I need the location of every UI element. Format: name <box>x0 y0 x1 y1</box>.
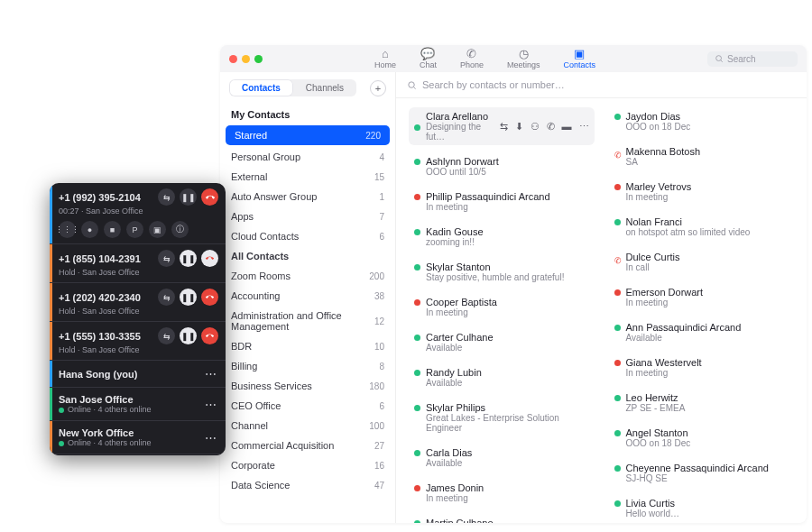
close-dot[interactable] <box>229 55 237 63</box>
zoom-dot[interactable] <box>254 55 263 63</box>
sidebar-item-label: Auto Answer Group <box>231 191 317 202</box>
transfer-button[interactable]: ⇆ <box>158 327 175 344</box>
contact-card[interactable]: Giana WesterveltIn meeting <box>609 353 795 381</box>
sidebar-item[interactable]: Personal Group4 <box>220 147 395 167</box>
line-row[interactable]: San Jose OfficeOnline · 4 others online … <box>50 388 226 421</box>
contact-card[interactable]: Ashlynn DorwartOOO until 10/5 <box>409 152 595 180</box>
sidebar-item[interactable]: Zoom Rooms200 <box>220 266 395 286</box>
held-call[interactable]: +1 (202) 420-2340 ⇆ ❚❚ Hold · San Jose O… <box>50 283 226 322</box>
sidebar-item[interactable]: Data Science47 <box>220 475 395 495</box>
contact-card[interactable]: Cooper BaptistaIn meeting <box>409 293 595 321</box>
more-icon[interactable]: ⋯ <box>205 431 217 445</box>
more-icon[interactable]: ⋯ <box>205 398 217 411</box>
sidebar-item[interactable]: Business Services180 <box>220 376 395 396</box>
contact-card[interactable]: Leo HerwitzZP SE - EMEA <box>609 389 795 417</box>
transfer-button[interactable]: ⇆ <box>158 250 175 267</box>
contact-status: In call <box>626 262 680 272</box>
contact-card[interactable]: Skylar StantonStay positive, humble and … <box>409 258 595 286</box>
contact-status: zooming in!! <box>426 237 484 247</box>
sidebar-item[interactable]: Billing8 <box>220 356 395 376</box>
hangup-button[interactable] <box>201 289 218 306</box>
contact-card[interactable]: James DoninIn meeting <box>409 479 595 507</box>
nav-contacts[interactable]: ▣Contacts <box>564 48 596 69</box>
sidebar-item[interactable]: Apps7 <box>220 206 395 226</box>
contact-card[interactable]: Carla DiasAvailable <box>409 444 595 472</box>
record-button[interactable]: ● <box>81 221 98 238</box>
contact-card[interactable]: Kadin Gousezooming in!! <box>409 223 595 251</box>
contact-card[interactable]: Angel StantonOOO on 18 Dec <box>609 424 795 452</box>
line-row[interactable]: New York OfficeOnline · 4 others online … <box>50 421 226 454</box>
hangup-button[interactable] <box>201 250 218 267</box>
held-call[interactable]: +1 (555) 130-3355 ⇆ ❚❚ Hold · San Jose O… <box>50 322 226 361</box>
sidebar-item[interactable]: Cloud Contacts6 <box>220 226 395 246</box>
pause-button[interactable]: ❚❚ <box>180 188 197 206</box>
tab-channels[interactable]: Channels <box>293 79 356 96</box>
sidebar-item[interactable]: CEO Office6 <box>220 396 395 416</box>
contact-name: Phillip Passaquindici Arcand <box>426 191 550 202</box>
sidebar-item-label: Business Services <box>231 381 312 391</box>
nav-label: Meetings <box>507 60 540 69</box>
hangup-button[interactable] <box>201 327 218 344</box>
phone-icon[interactable]: ✆ <box>547 121 555 133</box>
presence-icon <box>614 184 621 190</box>
global-search[interactable]: Search <box>707 51 798 67</box>
contact-card[interactable]: Martin CulhaneOOO on 18 Dec <box>409 514 595 523</box>
held-call[interactable]: +1 (855) 104-2391 ⇆ ❚❚ Hold · San Jose O… <box>50 244 226 283</box>
transfer-button[interactable]: ⇆ <box>158 188 175 206</box>
sidebar-item[interactable]: BDR10 <box>220 336 395 356</box>
sidebar-item[interactable]: Corporate16 <box>220 455 395 475</box>
contact-name: Marley Vetrovs <box>626 181 692 192</box>
more-icon[interactable]: ⋯ <box>205 367 217 381</box>
contact-card[interactable]: Carter CulhaneAvailable <box>409 328 595 356</box>
sidebar-item[interactable]: External15 <box>220 167 395 187</box>
sidebar-item[interactable]: Channel100 <box>220 416 395 436</box>
nav-home[interactable]: ⌂Home <box>374 48 396 69</box>
sidebar-item[interactable]: Administration and Office Management12 <box>220 306 395 336</box>
sidebar-item[interactable]: Auto Answer Group1 <box>220 187 395 206</box>
sidebar-item[interactable]: Starred220 <box>226 125 390 145</box>
group-icon[interactable]: ⚇ <box>531 121 540 133</box>
contact-search[interactable]: Search by contacts or number… <box>396 72 807 98</box>
nav-label: Contacts <box>564 60 596 69</box>
nav-chat[interactable]: 💬Chat <box>420 48 437 69</box>
sidebar-item[interactable]: Accounting38 <box>220 286 395 306</box>
sidebar-item[interactable]: Commercial Acquisition27 <box>220 436 395 455</box>
pause-button[interactable]: ❚❚ <box>180 250 197 267</box>
sidebar-item[interactable]: All Contacts <box>220 246 395 266</box>
video-button[interactable]: ■ <box>104 221 121 238</box>
tab-contacts[interactable]: Contacts <box>229 79 293 96</box>
info-button[interactable]: ⓘ <box>171 221 189 238</box>
contact-card[interactable]: Makenna BotoshSA <box>609 142 795 170</box>
contact-name: Emerson Dorwart <box>626 287 704 298</box>
pause-button[interactable]: ❚❚ <box>180 289 197 306</box>
line-row[interactable]: Hana Song (you) ⋯ <box>50 361 226 388</box>
minimize-dot[interactable] <box>242 55 250 63</box>
add-button[interactable]: + <box>370 80 386 96</box>
sidebar-list: Starred220Personal Group4External15Auto … <box>220 124 395 500</box>
contact-card[interactable]: Randy LubinAvailable <box>409 363 595 391</box>
transfer-button[interactable]: ⇆ <box>158 289 175 306</box>
hangup-button[interactable] <box>201 188 218 206</box>
active-call[interactable]: +1 (992) 395-2104 ⇆ ❚❚ 00:27 · San Jose … <box>50 183 226 244</box>
contact-card[interactable]: Dulce CurtisIn call <box>609 248 795 276</box>
park-button[interactable]: P <box>126 221 143 238</box>
contact-card[interactable]: Emerson DorwartIn meeting <box>609 283 795 311</box>
chat-icon[interactable]: ▬ <box>562 121 572 133</box>
pause-button[interactable]: ❚❚ <box>180 327 197 344</box>
contact-card[interactable]: Phillip Passaquindici ArcandIn meeting <box>409 188 595 216</box>
contact-card[interactable]: Ann Passaquindici ArcandAvailable <box>609 318 795 346</box>
nav-meetings[interactable]: ◷Meetings <box>507 48 540 69</box>
contact-card[interactable]: Jaydon DiasOOO on 18 Dec <box>609 107 795 135</box>
contact-card[interactable]: Marley VetrovsIn meeting <box>609 178 795 206</box>
more-icon[interactable]: ⋯ <box>579 121 589 133</box>
contact-card[interactable]: Skylar PhilipsGreat Lakes - Enterprise S… <box>409 399 595 436</box>
contact-card[interactable]: Nolan Francion hotspot atm so limited vi… <box>609 213 795 241</box>
contact-card[interactable]: Clara ArellanoDesigning the fut…⇆⬇⚇✆▬⋯ <box>409 107 595 145</box>
camera-button[interactable]: ▣ <box>149 221 166 238</box>
download-icon[interactable]: ⬇ <box>515 121 523 133</box>
nav-phone[interactable]: ✆Phone <box>460 48 484 69</box>
contact-card[interactable]: Livia CurtisHello world… <box>609 494 795 522</box>
contact-card[interactable]: Cheyenne Passaquindici ArcandSJ-HQ SE <box>609 459 795 487</box>
transfer-icon[interactable]: ⇆ <box>500 121 508 133</box>
keypad-button[interactable]: ⋮⋮⋮ <box>59 221 76 238</box>
